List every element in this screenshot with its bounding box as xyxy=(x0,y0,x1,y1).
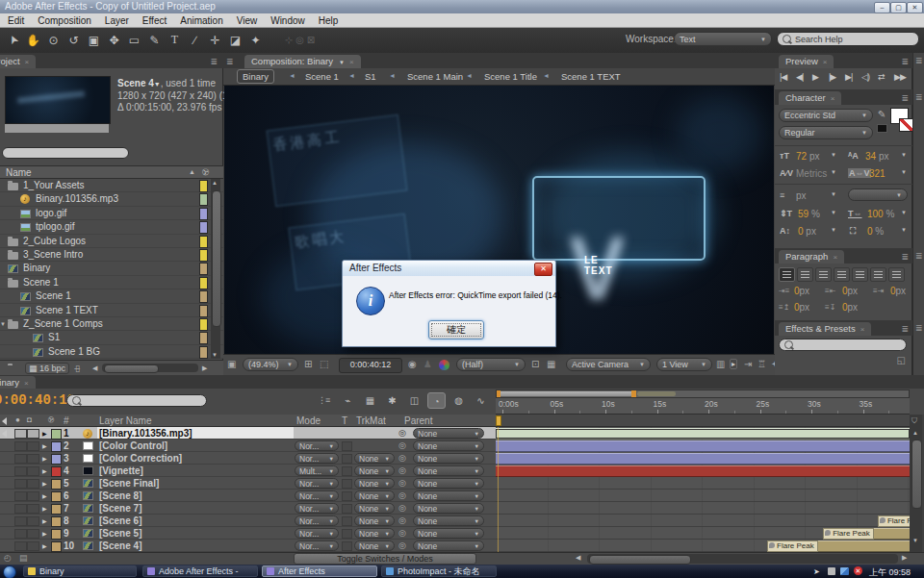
parent-pickwhip-icon[interactable]: ◎ xyxy=(398,540,406,550)
project-item-row[interactable]: ♪Binary.101356.mp3 xyxy=(0,192,223,206)
shape-tool[interactable]: ▭ xyxy=(125,31,143,49)
label-color-chip[interactable] xyxy=(199,193,208,206)
project-item-row[interactable]: Scene 1 xyxy=(0,289,223,303)
timeline-layer-row[interactable]: ▶5[Scene Final]Nor...▼None▼◎None▼ xyxy=(0,477,496,490)
layer-twirl-icon[interactable]: ▶ xyxy=(42,542,47,549)
label-color-chip[interactable] xyxy=(199,305,208,317)
brush-tool[interactable]: ∕ xyxy=(186,31,204,49)
layer-duration-bar[interactable] xyxy=(496,465,910,477)
audio-video-toggle[interactable] xyxy=(2,466,13,475)
comp-flowchart-icon[interactable]: ⌁ xyxy=(339,392,357,409)
layer-trkmat-select[interactable]: None▼ xyxy=(354,453,395,464)
layer-mode-select[interactable]: Nor...▼ xyxy=(295,503,339,514)
layer-mode-select[interactable]: Nor...▼ xyxy=(295,453,339,464)
lock-toggle[interactable] xyxy=(27,454,39,464)
project-search-input[interactable] xyxy=(2,147,129,159)
character-flyout-icon[interactable]: ≣ xyxy=(901,93,909,103)
lock-toggle[interactable] xyxy=(27,516,39,526)
taskbar-button-binary[interactable]: Binary xyxy=(23,565,137,577)
layer-parent-select[interactable]: None▼ xyxy=(413,540,484,551)
lock-toggle[interactable] xyxy=(27,429,39,439)
dialog-close-button[interactable]: ✕ xyxy=(534,263,552,276)
layer-mode-select[interactable]: Nor...▼ xyxy=(295,515,339,526)
layer-name[interactable]: [Scene Final] xyxy=(97,477,294,489)
taskbar-button-photoimpact-[interactable]: PhotoImpact - 未命名 xyxy=(381,565,497,577)
layer-marker-flare-peak[interactable]: Flare Peak xyxy=(823,528,874,540)
motion-blur-icon[interactable]: ◔ xyxy=(427,392,446,409)
layer-name[interactable]: [Scene 8] xyxy=(97,490,294,501)
label-color-chip[interactable] xyxy=(199,180,208,192)
label-column-icon[interactable]: ✇ xyxy=(200,166,212,178)
label-color-chip[interactable] xyxy=(199,221,208,234)
layer-bar-row[interactable] xyxy=(496,427,910,440)
bit-depth-button[interactable]: ▦ 16 bpc xyxy=(25,363,69,374)
layer-mode-select[interactable]: Nor...▼ xyxy=(295,540,339,551)
last-frame-button[interactable]: ▶| xyxy=(845,72,852,82)
search-help-input[interactable]: Search Help xyxy=(777,32,919,46)
snapshot-icon[interactable]: ◉ xyxy=(408,359,417,369)
transparency-grid-icon[interactable]: ▦ xyxy=(547,359,555,369)
project-item-row[interactable]: tplogo.gif xyxy=(0,220,223,234)
layer-mode-select[interactable]: Nor...▼ xyxy=(295,478,339,489)
audio-video-toggle[interactable] xyxy=(2,441,13,450)
eraser-tool[interactable]: ◪ xyxy=(226,31,244,49)
menu-edit[interactable]: Edit xyxy=(8,15,24,26)
baseline-caret-icon[interactable]: ▼ xyxy=(831,227,836,233)
layer-t-toggle[interactable] xyxy=(342,541,352,551)
pixel-aspect-icon[interactable]: ▥ xyxy=(716,359,725,369)
project-item-row[interactable]: 1_Your Assets xyxy=(0,179,223,192)
expand-caret-icon[interactable]: ▼ xyxy=(0,321,6,327)
view-layout-select[interactable]: 1 View▼ xyxy=(656,358,712,371)
timeline-layer-row[interactable]: ▶10[Scene 4]Nor...▼None▼◎None▼ xyxy=(0,540,496,552)
tracking-value[interactable]: 321 xyxy=(869,168,886,179)
menu-view[interactable]: View xyxy=(237,15,258,26)
label-color-chip[interactable] xyxy=(199,236,208,248)
always-preview-icon[interactable]: ▣ xyxy=(227,359,236,369)
solo-toggle[interactable] xyxy=(14,529,27,539)
tsume-value[interactable]: 0 % xyxy=(867,226,884,237)
layer-name[interactable]: [Scene 4] xyxy=(97,540,294,551)
layer-mode-select[interactable]: Mult...▼ xyxy=(295,465,339,476)
prev-frame-button[interactable]: ◀| xyxy=(796,72,803,82)
timeline-layer-row[interactable]: ▶7[Scene 7]Nor...▼None▼◎None▼ xyxy=(0,502,496,515)
error-dialog-titlebar[interactable]: After Effects xyxy=(343,261,555,276)
timeline-layer-row[interactable]: ▶6[Scene 8]Nor...▼None▼◎None▼ xyxy=(0,490,496,502)
project-hscrollbar[interactable] xyxy=(102,364,198,372)
layer-trkmat-select[interactable]: None▼ xyxy=(354,490,395,501)
layer-color-chip[interactable] xyxy=(51,491,62,502)
layer-twirl-icon[interactable]: ▶ xyxy=(42,480,47,487)
pan-behind-tool[interactable]: ✥ xyxy=(105,31,123,49)
breadcrumb-scene-1-text[interactable]: Scene 1 TEXT xyxy=(556,70,626,83)
resolution-select[interactable]: (Half)▼ xyxy=(456,358,526,371)
workspace-select[interactable]: Text▼ xyxy=(674,32,772,46)
comp-timecode[interactable]: 0:00:40:12 xyxy=(339,358,402,373)
timeline-layer-row[interactable]: ▶3[Color Correction]Nor...▼None▼◎None▼ xyxy=(0,452,496,465)
maximize-button[interactable]: ▢ xyxy=(890,2,907,13)
solo-toggle[interactable] xyxy=(14,504,27,514)
layer-name[interactable]: [Vignette] xyxy=(97,465,294,476)
timeline-button-icon[interactable]: ⇥ xyxy=(744,359,752,369)
tab-timeline-binary[interactable]: Binary× xyxy=(0,376,36,389)
indent-first-value[interactable]: 0px xyxy=(842,286,858,296)
layer-twirl-icon[interactable]: ▶ xyxy=(42,492,47,499)
layer-trkmat-select[interactable]: None▼ xyxy=(354,528,395,539)
layer-twirl-icon[interactable]: ▶ xyxy=(42,442,47,449)
layer-bar-row[interactable]: Flare Peak xyxy=(496,540,910,552)
lock-toggle[interactable] xyxy=(27,491,39,501)
solo-toggle[interactable] xyxy=(14,516,27,526)
layer-color-chip[interactable] xyxy=(51,504,62,515)
menu-layer[interactable]: Layer xyxy=(105,15,129,26)
lock-toggle[interactable] xyxy=(27,541,39,551)
stroke-style-select[interactable]: ▼ xyxy=(848,188,908,201)
close-button[interactable]: ✕ xyxy=(907,2,923,13)
project-columns-header[interactable]: Name ▲ ✇ xyxy=(0,165,223,179)
layer-name-column-header[interactable]: Layer Name xyxy=(99,415,151,426)
label-color-chip[interactable] xyxy=(199,346,208,359)
kerning-caret-icon[interactable]: ▼ xyxy=(831,169,836,175)
fast-previews-icon[interactable]: ▸ xyxy=(730,359,737,369)
trash-icon[interactable]: ▯̶ xyxy=(75,364,80,373)
layer-bar-row[interactable] xyxy=(496,440,910,452)
tracking-caret-icon[interactable]: ▼ xyxy=(901,169,907,175)
audio-video-toggle[interactable] xyxy=(2,516,13,525)
collapsed-panel-strip[interactable]: ≣ ≣ ≣ ≣ xyxy=(912,53,924,375)
